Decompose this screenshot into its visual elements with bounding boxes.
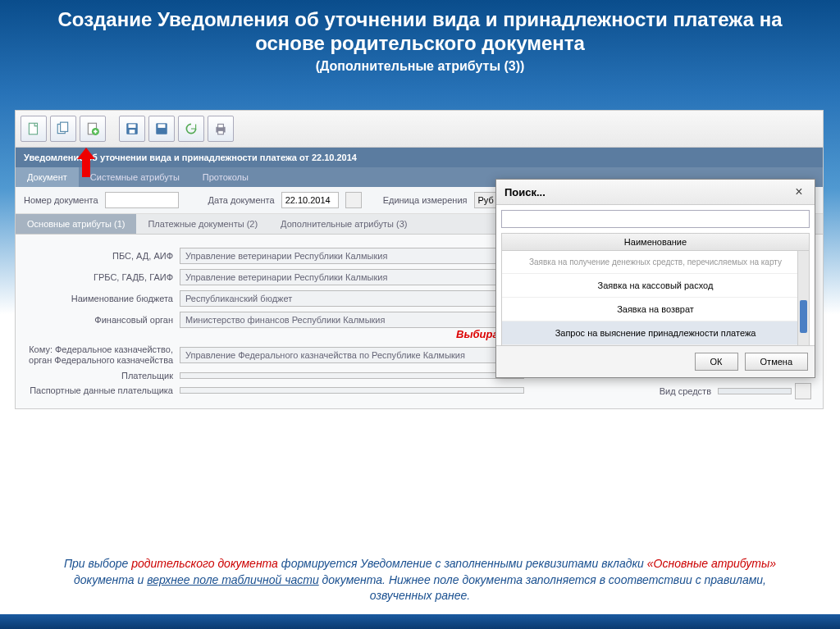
refresh-button[interactable]: [178, 116, 204, 142]
print-button[interactable]: [208, 116, 234, 142]
doc-date-label: Дата документа: [208, 195, 275, 205]
copy-doc-button[interactable]: [50, 116, 76, 142]
slide-title-text: Создание Уведомления об уточнении вида и…: [33, 8, 807, 56]
towhom-label: Кому: Федеральное казначейство, орган Фе…: [24, 344, 180, 366]
svg-rect-11: [218, 124, 224, 128]
document-header: Уведомление об уточнении вида и принадле…: [16, 148, 823, 167]
list-item[interactable]: Заявка на кассовый расход: [502, 274, 809, 298]
svg-rect-7: [130, 130, 135, 134]
new-doc-button[interactable]: [21, 116, 47, 142]
svg-rect-0: [29, 123, 37, 134]
payer-label: Плательщик: [24, 371, 180, 381]
popup-list: Заявка на получение денежных средств, пе…: [501, 251, 810, 345]
calendar-icon[interactable]: [345, 192, 362, 208]
tab-protocols[interactable]: Протоколы: [191, 167, 260, 187]
pbs-label: ПБС, АД, АИФ: [24, 251, 180, 261]
pbs-field[interactable]: Управление ветеринарии Республики Калмык…: [180, 248, 524, 264]
tab-payment-docs[interactable]: Платежные документы (2): [136, 214, 269, 234]
slide-title: Создание Уведомления об уточнении вида и…: [0, 0, 840, 78]
passport-field[interactable]: [180, 387, 524, 394]
vid-field[interactable]: [718, 388, 792, 394]
close-icon[interactable]: ×: [792, 185, 806, 199]
popup-search-input[interactable]: [501, 210, 810, 228]
tab-document[interactable]: Документ: [16, 167, 79, 187]
bottom-note: При выборе родительского документа форми…: [0, 556, 840, 604]
budget-field[interactable]: Республиканский бюджет: [180, 290, 524, 307]
doc-date-input[interactable]: [281, 192, 339, 208]
slide-subtitle: (Дополнительные атрибуты (3)): [33, 59, 807, 74]
list-item[interactable]: Заявка на возврат: [502, 298, 809, 321]
finorg-field[interactable]: Министерство финансов Республики Калмыки…: [180, 312, 524, 328]
save-as-button[interactable]: [148, 116, 175, 142]
ok-button[interactable]: ОК: [695, 353, 738, 371]
popup-title: Поиск...: [504, 186, 546, 198]
doc-number-label: Номер документа: [24, 195, 98, 205]
cancel-button[interactable]: Отмена: [745, 353, 808, 371]
grbs-field[interactable]: Управление ветеринарии Республики Калмык…: [180, 269, 524, 285]
scrollbar-thumb[interactable]: [800, 300, 807, 333]
grbs-label: ГРБС, ГАДБ, ГАИФ: [24, 272, 180, 282]
toolbar: [16, 111, 823, 148]
passport-label: Паспортные данные плательщика: [24, 385, 180, 395]
arrow-up-icon: [74, 146, 98, 180]
popup-column-header: Наименование: [501, 233, 810, 251]
list-item[interactable]: Заявка на получение денежных средств, пе…: [502, 251, 809, 274]
scrollbar[interactable]: [797, 251, 809, 345]
vid-label: Вид средств: [660, 386, 718, 396]
bottom-bar: [0, 614, 840, 629]
towhom-field[interactable]: Управление Федерального казначейства по …: [180, 347, 524, 363]
tab-main-attrs[interactable]: Основные атрибуты (1): [16, 214, 136, 234]
list-item-selected[interactable]: Запрос на выяснение принадлежности плате…: [502, 321, 809, 345]
svg-rect-2: [61, 122, 68, 131]
finorg-label: Финансовый орган: [24, 315, 180, 325]
add-doc-button[interactable]: [80, 116, 106, 142]
vid-lookup-icon[interactable]: [795, 383, 811, 399]
svg-rect-12: [218, 130, 224, 134]
svg-rect-9: [158, 124, 166, 128]
unit-label: Единица измерения: [383, 195, 468, 205]
tab-extra-attrs[interactable]: Дополнительные атрибуты (3): [269, 214, 418, 234]
doc-number-input[interactable]: [105, 192, 179, 208]
payer-field[interactable]: [180, 372, 524, 379]
search-popup: Поиск... × Наименование Заявка на получе…: [495, 179, 815, 378]
budget-label: Наименование бюджета: [24, 294, 180, 303]
save-button[interactable]: [119, 116, 145, 142]
svg-rect-6: [129, 124, 136, 128]
